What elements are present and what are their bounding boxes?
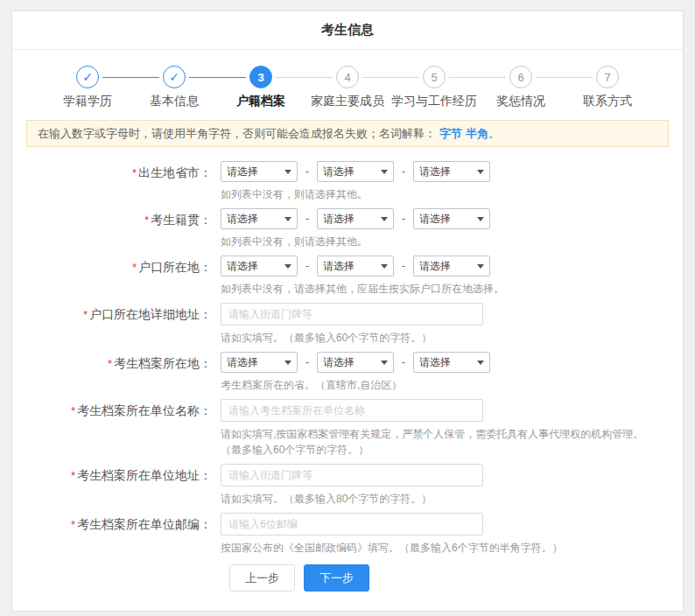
- archive-unit-postcode-input[interactable]: [221, 513, 483, 536]
- form-row-native-place: *考生籍贯： 请选择 - 请选择 - 请选择 如列表中没有，则请选择其他。: [30, 208, 665, 249]
- native-place-city-select[interactable]: 请选择: [317, 208, 394, 229]
- chevron-down-icon: [477, 360, 484, 365]
- field-label: 考生档案所在单位名称：: [77, 403, 212, 417]
- separator: -: [402, 356, 405, 368]
- form-row-archive-location: *考生档案所在地： 请选择 - 请选择 - 请选择 考生档案所在的省。（直辖市,…: [30, 352, 665, 393]
- chevron-down-icon: [477, 217, 484, 221]
- field-help: 请如实填写。（最多输入80个字节的字符。）: [221, 491, 665, 507]
- select-value: 请选择: [419, 355, 451, 370]
- select-value: 请选择: [323, 259, 355, 274]
- chevron-down-icon: [284, 360, 291, 365]
- select-value: 请选择: [323, 164, 355, 179]
- step-number: 5: [423, 66, 446, 88]
- step-number: 6: [509, 66, 532, 88]
- archive-province-select[interactable]: 请选择: [221, 352, 298, 373]
- select-value: 请选择: [323, 355, 355, 370]
- chevron-down-icon: [284, 217, 291, 221]
- field-label: 考生档案所在单位邮编：: [77, 517, 212, 531]
- select-value: 请选择: [419, 259, 451, 274]
- step-number: 3: [249, 66, 272, 88]
- step-label: 奖惩情况: [496, 94, 545, 108]
- field-help-line2: （最多输入60个字节的字符。）: [221, 442, 665, 458]
- step-family-members[interactable]: 4 家庭主要成员: [305, 66, 391, 108]
- separator: -: [402, 213, 405, 225]
- separator: -: [402, 165, 405, 178]
- household-province-select[interactable]: 请选择: [221, 256, 298, 276]
- step-number: 7: [596, 66, 619, 88]
- field-help: 如列表中没有，则请选择其他。: [221, 234, 665, 249]
- step-contact-info[interactable]: 7 联系方式: [565, 66, 651, 108]
- step-number: 4: [336, 66, 359, 88]
- required-asterisk: *: [83, 308, 88, 321]
- step-label: 户籍档案: [236, 94, 285, 108]
- select-value: 请选择: [419, 212, 451, 227]
- archive-city-select[interactable]: 请选择: [317, 352, 394, 373]
- archive-unit-address-input[interactable]: [221, 464, 483, 486]
- step-label: 学习与工作经历: [391, 94, 477, 108]
- required-asterisk: *: [108, 357, 112, 370]
- household-archive-form: *出生地省市： 请选择 - 请选择 - 请选择 如列表中没有，则请选择其他。 *…: [12, 159, 683, 592]
- required-asterisk: *: [132, 261, 137, 274]
- household-address-input[interactable]: [221, 303, 483, 326]
- required-asterisk: *: [71, 404, 75, 417]
- required-asterisk: *: [132, 166, 137, 179]
- select-value: 请选择: [227, 164, 258, 179]
- page-title: 考生信息: [12, 11, 683, 50]
- form-row-household-location: *户口所在地： 请选择 - 请选择 - 请选择 如列表中没有，请选择其他，应届生…: [30, 256, 665, 297]
- native-place-province-select[interactable]: 请选择: [221, 208, 298, 229]
- chevron-down-icon: [477, 264, 484, 269]
- check-icon: ✓: [76, 66, 99, 88]
- field-label: 出生地省市：: [138, 165, 212, 179]
- step-academic-record[interactable]: ✓ 学籍学历: [45, 66, 131, 108]
- step-label: 学籍学历: [63, 94, 112, 108]
- next-step-button[interactable]: 下一步: [304, 564, 369, 592]
- required-asterisk: *: [71, 518, 75, 531]
- chevron-down-icon: [284, 170, 291, 174]
- field-help: 请如实填写。（最多输入60个字节的字符。）: [221, 330, 665, 346]
- household-county-select[interactable]: 请选择: [413, 256, 490, 276]
- candidate-info-card: 考生信息 ✓ 学籍学历 ✓ 基本信息 3 户籍档案 4 家庭主要成员 5 学习与…: [11, 10, 684, 612]
- term-byte-link[interactable]: 字节: [439, 127, 462, 140]
- household-city-select[interactable]: 请选择: [317, 256, 394, 276]
- chevron-down-icon: [381, 170, 388, 174]
- form-row-archive-unit-address: *考生档案所在单位地址： 请如实填写。（最多输入80个字节的字符。）: [30, 464, 665, 507]
- field-label: 考生档案所在地：: [114, 356, 212, 370]
- chevron-down-icon: [381, 360, 388, 365]
- chevron-down-icon: [381, 217, 388, 221]
- field-label: 户口所在地详细地址：: [89, 307, 212, 321]
- term-halfwidth-link[interactable]: 半角: [466, 127, 488, 140]
- step-label: 家庭主要成员: [311, 94, 384, 108]
- archive-unit-name-input[interactable]: [221, 399, 483, 422]
- step-wizard: ✓ 学籍学历 ✓ 基本信息 3 户籍档案 4 家庭主要成员 5 学习与工作经历 …: [12, 50, 683, 108]
- field-help: 按国家公布的《全国邮政编码》填写。（最多输入6个字节的半角字符。）: [221, 540, 665, 556]
- field-label: 考生籍贯：: [151, 213, 212, 227]
- native-place-county-select[interactable]: 请选择: [413, 208, 490, 229]
- form-row-birthplace: *出生地省市： 请选择 - 请选择 - 请选择 如列表中没有，则请选择其他。: [30, 161, 665, 202]
- select-value: 请选择: [419, 164, 451, 179]
- prev-step-button[interactable]: 上一步: [229, 564, 295, 592]
- separator: -: [305, 165, 309, 178]
- step-basic-info[interactable]: ✓ 基本信息: [131, 66, 218, 108]
- birthplace-county-select[interactable]: 请选择: [413, 161, 490, 182]
- field-help: 请如实填写,按国家档案管理有关规定，严禁个人保管，需委托具有人事代理权的机构管理…: [221, 426, 665, 442]
- form-actions: 上一步 下一步: [229, 564, 665, 592]
- field-help: 如列表中没有，请选择其他，应届生按实际户口所在地选择。: [221, 281, 665, 297]
- separator: -: [305, 260, 309, 272]
- field-label: 考生档案所在单位地址：: [77, 468, 212, 482]
- field-help: 考生档案所在的省。（直辖市,自治区）: [221, 377, 665, 393]
- birthplace-city-select[interactable]: 请选择: [317, 161, 394, 182]
- select-value: 请选择: [323, 212, 355, 227]
- form-row-household-address: *户口所在地详细地址： 请如实填写。（最多输入60个字节的字符。）: [30, 303, 665, 346]
- birthplace-province-select[interactable]: 请选择: [221, 161, 298, 182]
- separator: -: [305, 356, 309, 368]
- step-label: 基本信息: [150, 94, 199, 108]
- step-household-archive[interactable]: 3 户籍档案: [218, 66, 305, 108]
- archive-county-select[interactable]: 请选择: [413, 352, 490, 373]
- notice-suffix: 。: [488, 127, 500, 140]
- field-label: 户口所在地：: [138, 260, 212, 274]
- required-asterisk: *: [71, 469, 75, 482]
- step-label: 联系方式: [583, 94, 632, 108]
- check-icon: ✓: [163, 66, 186, 88]
- step-study-work-history[interactable]: 5 学习与工作经历: [391, 66, 478, 108]
- step-rewards-punishments[interactable]: 6 奖惩情况: [478, 66, 565, 108]
